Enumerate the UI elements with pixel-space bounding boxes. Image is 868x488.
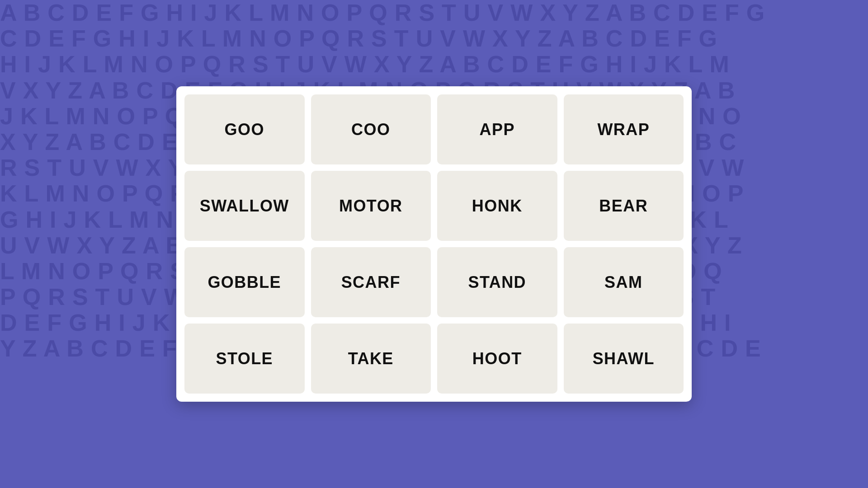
word-card-wrap[interactable]: WRAP <box>564 94 684 164</box>
word-card-gobble[interactable]: GOBBLE <box>184 247 305 317</box>
word-card-coo[interactable]: COO <box>311 94 431 164</box>
word-label-gobble: GOBBLE <box>208 273 281 292</box>
word-label-coo: COO <box>351 120 390 139</box>
word-label-honk: HONK <box>472 197 523 216</box>
word-card-scarf[interactable]: SCARF <box>311 247 431 317</box>
word-card-stand[interactable]: STAND <box>437 247 557 317</box>
word-label-hoot: HOOT <box>472 349 522 368</box>
word-card-take[interactable]: TAKE <box>311 324 431 394</box>
word-label-goo: GOO <box>225 120 264 139</box>
word-label-wrap: WRAP <box>597 120 650 139</box>
word-label-bear: BEAR <box>599 197 648 216</box>
word-label-shawl: SHAWL <box>593 349 655 368</box>
word-card-sam[interactable]: SAM <box>564 247 684 317</box>
word-label-stand: STAND <box>468 273 526 292</box>
word-label-take: TAKE <box>348 349 394 368</box>
word-card-hoot[interactable]: HOOT <box>437 324 557 394</box>
word-card-honk[interactable]: HONK <box>437 171 557 241</box>
word-label-app: APP <box>480 120 515 139</box>
word-label-scarf: SCARF <box>341 273 401 292</box>
word-label-swallow: SWALLOW <box>200 197 289 216</box>
word-card-goo[interactable]: GOO <box>184 94 305 164</box>
word-card-app[interactable]: APP <box>437 94 557 164</box>
word-label-sam: SAM <box>604 273 642 292</box>
word-card-stole[interactable]: STOLE <box>184 324 305 394</box>
word-card-bear[interactable]: BEAR <box>564 171 684 241</box>
word-grid: GOOCOOAPPWRAPSWALLOWMOTORHONKBEARGOBBLES… <box>184 94 684 394</box>
word-card-motor[interactable]: MOTOR <box>311 171 431 241</box>
word-card-swallow[interactable]: SWALLOW <box>184 171 305 241</box>
card-panel: GOOCOOAPPWRAPSWALLOWMOTORHONKBEARGOBBLES… <box>176 86 692 402</box>
word-card-shawl[interactable]: SHAWL <box>564 324 684 394</box>
word-label-stole: STOLE <box>216 349 273 368</box>
word-label-motor: MOTOR <box>339 197 403 216</box>
